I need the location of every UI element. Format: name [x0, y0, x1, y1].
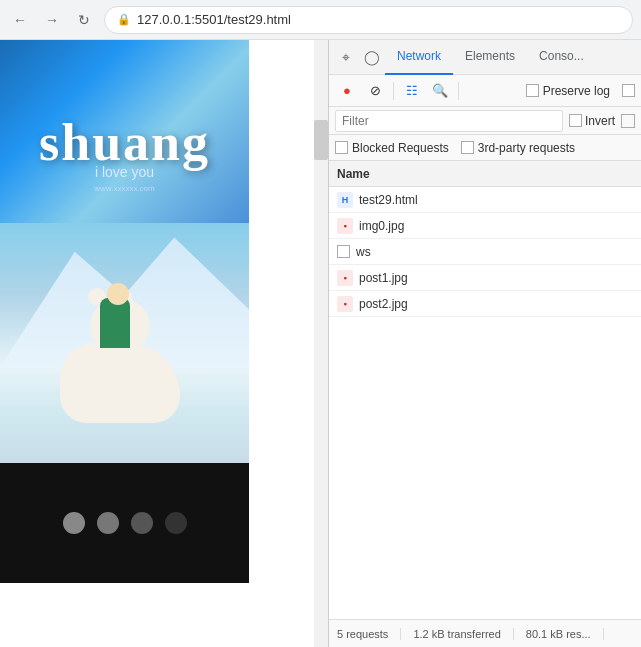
reload-button[interactable]: ↻ — [72, 8, 96, 32]
filter-row: Invert — [329, 107, 641, 135]
record-button[interactable]: ● — [335, 79, 359, 103]
image-2 — [0, 223, 249, 463]
table-row[interactable]: H test29.html — [329, 187, 641, 213]
rider-body — [100, 298, 130, 348]
tab-network[interactable]: Network — [385, 40, 453, 75]
devtools-status-bar: 5 requests 1.2 kB transferred 80.1 kB re… — [329, 619, 641, 647]
blocked-requests-checkbox[interactable] — [335, 141, 348, 154]
lock-icon: 🔒 — [117, 13, 131, 26]
blocked-requests-label[interactable]: Blocked Requests — [335, 141, 449, 155]
preserve-log-checkbox[interactable] — [526, 84, 539, 97]
search-button[interactable]: 🔍 — [428, 79, 452, 103]
devtools-toolbar: ● ⊘ ☷ 🔍 Preserve log — [329, 75, 641, 107]
table-row[interactable]: ws — [329, 239, 641, 265]
toolbar-divider-2 — [458, 82, 459, 100]
nav-bar: ← → ↻ 🔒 127.0.0.1:5501/test29.html — [0, 0, 641, 40]
ws-checkbox — [337, 245, 350, 258]
extra-checkbox[interactable] — [621, 114, 635, 128]
network-table: Name H test29.html ▪ img0.jpg ws ▪ post1… — [329, 161, 641, 619]
preserve-log-label[interactable]: Preserve log — [526, 84, 610, 98]
status-transferred: 1.2 kB transferred — [401, 628, 513, 640]
forward-button[interactable]: → — [40, 8, 64, 32]
scroll-thumb[interactable] — [314, 120, 328, 160]
invert-label[interactable]: Invert — [569, 114, 615, 128]
invert-checkbox[interactable] — [569, 114, 582, 127]
rider-head — [107, 283, 129, 305]
bear-scene — [0, 223, 249, 463]
address-bar[interactable]: 🔒 127.0.0.1:5501/test29.html — [104, 6, 633, 34]
loading-dot-2 — [97, 512, 119, 534]
third-party-label[interactable]: 3rd-party requests — [461, 141, 575, 155]
img1-credit: www.xxxxxx.com — [94, 184, 154, 193]
stop-button[interactable]: ⊘ — [363, 79, 387, 103]
tab-console[interactable]: Conso... — [527, 40, 596, 75]
file-icon-jpg: ▪ — [337, 218, 353, 234]
filter-input[interactable] — [335, 110, 563, 132]
file-icon-html: H — [337, 192, 353, 208]
back-button[interactable]: ← — [8, 8, 32, 32]
table-header: Name — [329, 161, 641, 187]
status-resources: 80.1 kB res... — [514, 628, 604, 640]
url-text: 127.0.0.1:5501/test29.html — [137, 12, 291, 27]
img1-subtitle: i love you — [95, 164, 154, 180]
file-icon-jpg-2: ▪ — [337, 270, 353, 286]
file-icon-jpg-3: ▪ — [337, 296, 353, 312]
tab-elements[interactable]: Elements — [453, 40, 527, 75]
table-row[interactable]: ▪ post2.jpg — [329, 291, 641, 317]
table-row[interactable]: ▪ post1.jpg — [329, 265, 641, 291]
browser-chrome: ← → ↻ 🔒 127.0.0.1:5501/test29.html — [0, 0, 641, 40]
loading-dot-4 — [165, 512, 187, 534]
webpage-panel: shuang i love you www.xxxxxx.com — [0, 40, 314, 647]
device-icon[interactable]: ◯ — [359, 44, 385, 70]
filter-button[interactable]: ☷ — [400, 79, 424, 103]
third-party-checkbox[interactable] — [461, 141, 474, 154]
table-row[interactable]: ▪ img0.jpg — [329, 213, 641, 239]
toolbar-divider-1 — [393, 82, 394, 100]
blocked-row: Blocked Requests 3rd-party requests — [329, 135, 641, 161]
devtools-panel: ⌖ ◯ Network Elements Conso... ● ⊘ ☷ 🔍 Pr… — [328, 40, 641, 647]
cursor-icon[interactable]: ⌖ — [333, 44, 359, 70]
main-area: shuang i love you www.xxxxxx.com — [0, 40, 641, 647]
image-1: shuang i love you www.xxxxxx.com — [0, 40, 249, 223]
loading-dot-3 — [131, 512, 153, 534]
loading-dot-1 — [63, 512, 85, 534]
main-scrollbar[interactable] — [314, 40, 328, 647]
devtools-tabs: ⌖ ◯ Network Elements Conso... — [329, 40, 641, 75]
status-requests: 5 requests — [337, 628, 401, 640]
image-3-loading — [0, 463, 249, 583]
disable-cache-checkbox[interactable] — [622, 84, 635, 97]
